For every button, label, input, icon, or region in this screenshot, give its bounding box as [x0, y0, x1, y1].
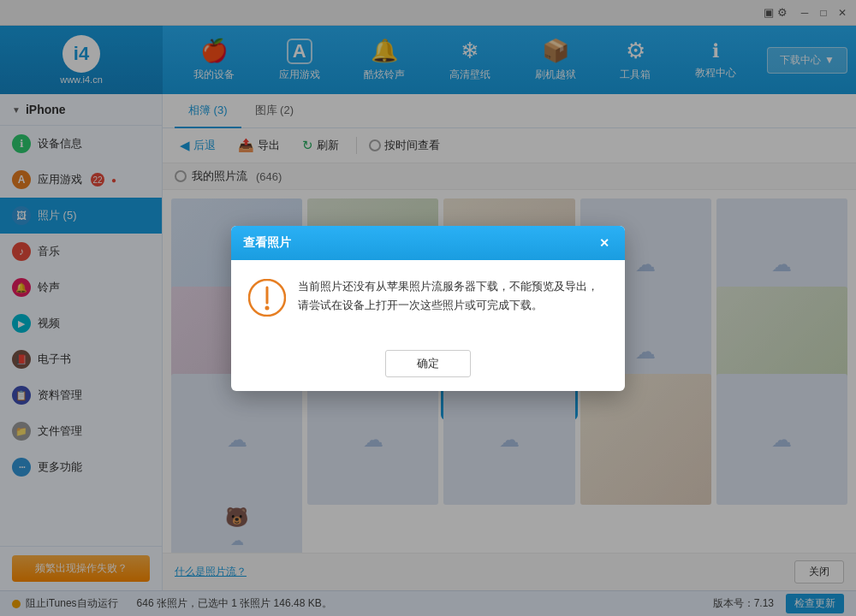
modal-title: 查看照片	[243, 235, 291, 251]
modal-footer: 确定	[231, 341, 625, 391]
modal-header: 查看照片 ✕	[231, 226, 625, 260]
confirm-button[interactable]: 确定	[385, 350, 471, 377]
modal-dialog: 查看照片 ✕ 当前照片还没有从苹果照片流服务器下载，不能预览及导出， 请尝试在设…	[231, 226, 625, 391]
modal-close-icon: ✕	[599, 236, 609, 250]
modal-body: 当前照片还没有从苹果照片流服务器下载，不能预览及导出， 请尝试在设备上打开一次这…	[231, 260, 625, 341]
modal-message: 当前照片还没有从苹果照片流服务器下载，不能预览及导出， 请尝试在设备上打开一次这…	[298, 277, 598, 315]
modal-message-line2: 请尝试在设备上打开一次这些照片或可完成下载。	[298, 299, 543, 311]
modal-message-line1: 当前照片还没有从苹果照片流服务器下载，不能预览及导出，	[298, 280, 598, 293]
modal-close-button[interactable]: ✕	[596, 234, 613, 252]
modal-overlay: 查看照片 ✕ 当前照片还没有从苹果照片流服务器下载，不能预览及导出， 请尝试在设…	[0, 0, 856, 616]
warning-icon	[248, 279, 286, 324]
svg-point-2	[265, 305, 270, 310]
